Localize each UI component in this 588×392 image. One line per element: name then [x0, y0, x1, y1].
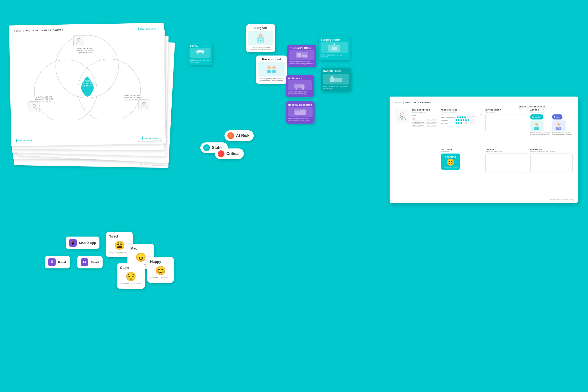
critical-icon: !: [218, 150, 224, 157]
svg-rect-34: [330, 77, 334, 82]
surgeon-image: [248, 31, 273, 45]
svg-rect-21: [302, 54, 307, 57]
tired-title: Tired: [109, 234, 130, 238]
hospital-bed-desc: Where patients rest when admitted to the…: [323, 86, 349, 90]
field-family-status: FAMILY STATUS: [412, 124, 438, 127]
channels-box: [530, 154, 572, 173]
demographics-title: DEMOGRAPHICS: [412, 109, 438, 111]
channels-section: CHANNELS How they communicate with the p…: [530, 148, 572, 183]
persona-canvas: TOOLS | DOCTOR PERSONA: [390, 96, 578, 203]
mobile-app-icon: 📱: [69, 239, 77, 247]
family-title: Fam...: [190, 44, 210, 48]
persona-tools-label: TOOLS: [395, 102, 402, 104]
channels-subtitle: How they communicate with the patients: [530, 150, 572, 152]
surgeon-card[interactable]: Surgeon Physician who performs surgeries…: [246, 24, 275, 52]
thankful-face: 😊: [443, 158, 458, 166]
calm-subtitle: Comfortable | Reassured: [120, 283, 142, 285]
happy-emotion-card[interactable]: Happy 😊 Confident | Optimistic: [147, 257, 174, 283]
values-title: VALUES: [486, 148, 528, 150]
receptionist-desc: Workers greeting patients at the entranc…: [258, 78, 285, 82]
happy-face: 😊: [154, 264, 166, 276]
kiosk-label: Kiosk: [58, 260, 66, 264]
hospital-reception-title: Hospital Reception: [288, 103, 312, 106]
svg-text:+: +: [296, 85, 298, 88]
at-risk-status-card[interactable]: ! At Risk: [224, 130, 254, 141]
svg-rect-15: [272, 70, 276, 73]
svg-point-18: [199, 50, 202, 52]
email-label: Email: [91, 260, 99, 264]
svg-point-4: [32, 104, 36, 107]
svg-point-32: [333, 44, 335, 46]
thankful-title: Thankful: [443, 156, 458, 158]
mobile-app-label: Mobile App: [79, 241, 96, 245]
calm-title: Calm: [120, 266, 142, 270]
svg-rect-29: [300, 110, 306, 115]
tired-face: 😩: [114, 239, 126, 251]
svg-rect-20: [297, 53, 301, 57]
channels-title: CHANNELS: [530, 148, 572, 150]
thankful-card[interactable]: Thankful 😊 Respected | Trusting: [441, 154, 460, 170]
persona-demographics-section: DEMOGRAPHICS Who is the doctor? NAME AGE…: [395, 109, 438, 196]
svg-rect-28: [295, 111, 300, 115]
persona-footer: sdt | www.servicedesigntools.org: [550, 199, 574, 200]
hospital-bed-card[interactable]: Hospital Bed Where patients rest when ad…: [321, 68, 351, 92]
svg-point-13: [272, 66, 276, 69]
receptionist-image: [258, 62, 285, 76]
svg-point-35: [331, 76, 333, 78]
svg-point-16: [196, 50, 200, 54]
needs-struggles-section: NEEDS AND STRUGGLES What are their needs…: [520, 106, 572, 128]
canvas-tools-label: TOOLS: [14, 30, 22, 32]
field-age: AGE: [412, 118, 438, 120]
happy-subtitle: Confident | Optimistic: [150, 276, 171, 279]
ambulance-card[interactable]: Ambulance + Medical vehicle transporting…: [286, 75, 314, 97]
therapist-office-card[interactable]: Therapist's Office Where therapists work…: [287, 45, 316, 67]
tired-subtitle: Sluggish | Fatigued: [109, 251, 130, 254]
stable-icon: ✓: [203, 144, 210, 151]
svg-rect-23: [301, 85, 305, 88]
calm-emotion-card[interactable]: Calm 😌 Comfortable | Reassured: [117, 263, 145, 289]
stakeholder1-avatar: [73, 35, 84, 46]
email-channel-card[interactable]: ✉ Email: [77, 256, 102, 268]
canvas-title: VALUE ALIGNMENT CANVAS: [25, 29, 64, 32]
svg-point-17: [201, 50, 204, 54]
stakeholder1-header-label: STAKEHOLDER 1: [138, 27, 159, 31]
emotions-subtitle: How they feel: [441, 150, 483, 152]
svg-point-7: [259, 34, 262, 38]
critical-label: Critical: [226, 152, 240, 156]
value-alignment-canvas: TOOLS | VALUE ALIGNMENT CANVAS STAKEHOLD…: [9, 23, 166, 146]
values-subtitle: What is important to them: [486, 150, 528, 152]
surgery-room-desc: Where surgical procedures are performed: [320, 54, 348, 58]
venn-right-question: WHAT VALUES ARE IMPORTANT TO THIS STAKEH…: [122, 94, 142, 101]
ambulance-desc: Medical vehicle transporting support to …: [288, 91, 312, 95]
venn-diagram: WHAT VALUES ARE IMPORTANT TO THIS STAKEH…: [16, 32, 158, 126]
receptionist-title: Receptionist: [258, 58, 285, 61]
receptionist-card[interactable]: Receptionist Workers greeting patients a…: [256, 56, 287, 84]
at-risk-label: At Risk: [236, 134, 249, 138]
therapist-desc: Where therapists work, where patients re…: [289, 61, 314, 65]
persona-separator: |: [403, 102, 404, 104]
therapist-title: Therapist's Office: [289, 46, 314, 50]
kiosk-channel-card[interactable]: 🖥 Kiosk: [45, 256, 70, 268]
values-box: [486, 154, 528, 173]
hospital-reception-card[interactable]: Hospital Reception Where patients arrive…: [286, 102, 314, 124]
thankful-subtitle: Respected | Trusting: [443, 166, 458, 168]
surgery-room-card[interactable]: Surgery Room Where surgical procedures a…: [318, 36, 350, 60]
family-card[interactable]: Fam... Loved ones and relatives of the p…: [188, 42, 212, 65]
at-risk-icon: !: [228, 132, 234, 139]
surgery-room-title: Surgery Room: [320, 38, 348, 42]
emotions-title: EMOTIONS: [441, 148, 483, 150]
happy-title: Happy: [150, 260, 171, 264]
stakeholder2-label: STAKEHOLDER 2: [16, 139, 35, 142]
critical-status-card[interactable]: ! Critical: [215, 148, 244, 159]
svg-point-5: [142, 102, 145, 105]
stakeholder2-avatar: [28, 101, 40, 112]
venn-center-question: WHAT VALUES ARE IMPORTANT TO ALL OF THEM…: [78, 80, 98, 87]
mobile-app-channel-card[interactable]: 📱 Mobile App: [66, 236, 100, 249]
hospital-reception-image: [288, 107, 312, 116]
family-desc: Loved ones and relatives of the patient: [190, 59, 210, 63]
surgery-room-image: [320, 42, 348, 53]
canvas-footer: sdt | www.servicedesigntools.org: [137, 140, 162, 142]
strip-footer-3: sdt | www.servicedesigntools.org: [140, 164, 164, 166]
family-image: [190, 48, 210, 58]
kiosk-icon: 🖥: [48, 258, 56, 266]
